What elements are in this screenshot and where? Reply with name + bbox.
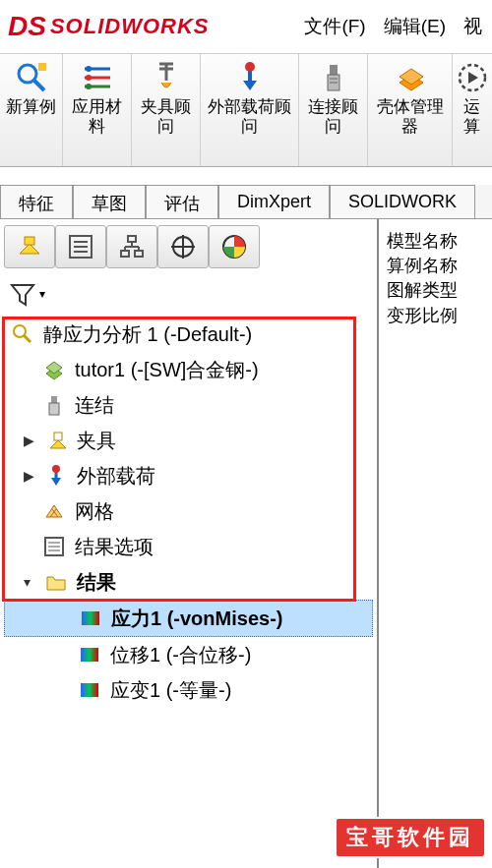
connection-icon	[316, 60, 351, 95]
svg-line-1	[34, 81, 44, 90]
svg-rect-50	[81, 683, 98, 697]
ribbon-external-loads[interactable]: 外部载荷顾问	[201, 54, 299, 166]
tree-label: 夹具	[77, 425, 116, 456]
svg-point-11	[245, 62, 255, 72]
filter-row: ▾	[0, 273, 377, 315]
ribbon-label: 运算	[457, 97, 488, 138]
svg-rect-48	[82, 611, 99, 625]
ribbon: 新算例 应用材料 夹具顾问 外部载荷顾问 连接顾问 壳体管理器 运算	[0, 54, 492, 167]
tree-fixtures[interactable]: ▶ 夹具	[4, 423, 373, 458]
title-bar: DS SOLIDWORKS 文件(F) 编辑(E) 视	[0, 0, 492, 54]
tree-strain-plot[interactable]: 应变1 (-等量-)	[4, 672, 373, 708]
tree-mesh[interactable]: 网格	[4, 493, 373, 529]
tab-dimxpert[interactable]: DimXpert	[218, 185, 330, 218]
info-deform-scale: 变形比例	[387, 304, 484, 328]
tree-result-options[interactable]: 结果选项	[4, 529, 373, 564]
tree-external-loads[interactable]: ▶ 外部载荷	[4, 458, 373, 493]
expand-icon[interactable]: ▶	[24, 465, 35, 487]
ribbon-new-study[interactable]: 新算例	[0, 54, 63, 166]
collapse-icon[interactable]: ▾	[24, 571, 35, 593]
tree-results[interactable]: ▾ 结果	[4, 564, 373, 600]
svg-rect-24	[121, 251, 129, 257]
expand-icon[interactable]: ▶	[24, 430, 35, 451]
ribbon-shell-manager[interactable]: 壳体管理器	[368, 54, 452, 166]
panel-tab-appearance[interactable]	[209, 225, 260, 268]
tree-label: 网格	[75, 495, 114, 527]
svg-rect-12	[330, 65, 338, 75]
svg-point-0	[19, 65, 36, 83]
ribbon-label: 外部载荷顾问	[205, 97, 294, 138]
ribbon-label: 壳体管理器	[372, 97, 447, 138]
svg-marker-17	[468, 72, 478, 84]
logo-text: SOLIDWORKS	[50, 14, 210, 39]
ribbon-fixture-advisor[interactable]: 夹具顾问	[132, 54, 201, 166]
svg-rect-49	[81, 648, 98, 662]
ribbon-apply-material[interactable]: 应用材料	[63, 54, 132, 166]
ribbon-connection-advisor[interactable]: 连接顾问	[299, 54, 368, 166]
loads-icon	[232, 60, 268, 95]
fixture-icon	[43, 428, 69, 453]
load-icon	[43, 463, 69, 489]
tree-label: 外部载荷	[77, 460, 155, 492]
panel-tab-dimxpert[interactable]	[157, 225, 209, 268]
main-menu: 文件(F) 编辑(E) 视	[304, 14, 492, 39]
document-tabs: 特征 草图 评估 DimXpert SOLIDWORK	[0, 185, 492, 219]
app-logo: DS SOLIDWORKS	[0, 11, 216, 42]
svg-point-41	[52, 465, 60, 473]
run-icon	[455, 60, 490, 95]
info-model-name: 模型名称	[387, 229, 484, 254]
tree-label: 应力1 (-vonMises-)	[111, 603, 282, 634]
svg-rect-25	[135, 251, 143, 257]
tree-study-root[interactable]: 静应力分析 1 (-Default-)	[4, 317, 373, 352]
tab-features[interactable]: 特征	[0, 185, 73, 218]
info-plot-type: 图解类型	[387, 278, 484, 303]
svg-line-35	[24, 335, 31, 342]
ribbon-label: 夹具顾问	[136, 97, 196, 138]
strain-plot-icon	[77, 677, 102, 703]
menu-edit[interactable]: 编辑(E)	[384, 14, 446, 39]
logo-mark: DS	[8, 11, 46, 42]
material-icon	[80, 60, 115, 95]
svg-rect-18	[25, 237, 34, 245]
svg-rect-2	[38, 63, 46, 71]
tree-label: 连结	[75, 389, 114, 421]
tree-material[interactable]: tutor1 (-[SW]合金钢-)	[4, 352, 373, 387]
svg-point-7	[86, 75, 92, 81]
options-icon	[41, 534, 67, 559]
svg-rect-38	[54, 433, 62, 440]
list-icon	[67, 233, 94, 260]
appearance-icon	[220, 233, 248, 260]
hierarchy-icon	[118, 233, 146, 260]
tree-label: tutor1 (-[SW]合金钢-)	[75, 354, 259, 385]
svg-rect-36	[51, 396, 57, 403]
svg-marker-40	[51, 478, 61, 486]
menu-file[interactable]: 文件(F)	[304, 14, 365, 39]
svg-rect-23	[128, 236, 136, 242]
menu-view[interactable]: 视	[463, 14, 482, 39]
panel-tab-property[interactable]	[55, 225, 106, 268]
mesh-icon	[41, 498, 67, 524]
tab-solidworks[interactable]: SOLIDWORK	[330, 185, 475, 218]
main-area: ▾ 静应力分析 1 (-Default-) tutor1 (-[SW]合金钢-)…	[0, 219, 492, 868]
tree-connections[interactable]: 连结	[4, 387, 373, 423]
filter-icon[interactable]	[8, 279, 37, 309]
tree-stress-plot[interactable]: 应力1 (-vonMises-)	[4, 600, 373, 637]
svg-marker-10	[243, 81, 257, 90]
svg-rect-37	[49, 403, 59, 415]
tree-label: 位移1 (-合位移-)	[110, 639, 251, 670]
panel-tab-toolbar	[0, 219, 377, 273]
ribbon-label: 新算例	[6, 97, 56, 117]
feature-tree-icon	[15, 232, 44, 261]
tree-displacement-plot[interactable]: 位移1 (-合位移-)	[4, 637, 373, 672]
dropdown-arrow-icon[interactable]: ▾	[39, 287, 45, 301]
simulation-tree: 静应力分析 1 (-Default-) tutor1 (-[SW]合金钢-) 连…	[0, 315, 377, 868]
feature-manager-panel: ▾ 静应力分析 1 (-Default-) tutor1 (-[SW]合金钢-)…	[0, 219, 379, 868]
panel-tab-config[interactable]	[106, 225, 157, 268]
part-icon	[41, 357, 67, 382]
ribbon-run[interactable]: 运算	[453, 54, 492, 166]
tab-evaluate[interactable]: 评估	[146, 185, 218, 218]
disp-plot-icon	[77, 642, 102, 667]
bolt-icon	[41, 392, 67, 418]
panel-tab-feature-tree[interactable]	[4, 225, 55, 268]
tab-sketch[interactable]: 草图	[73, 185, 146, 218]
